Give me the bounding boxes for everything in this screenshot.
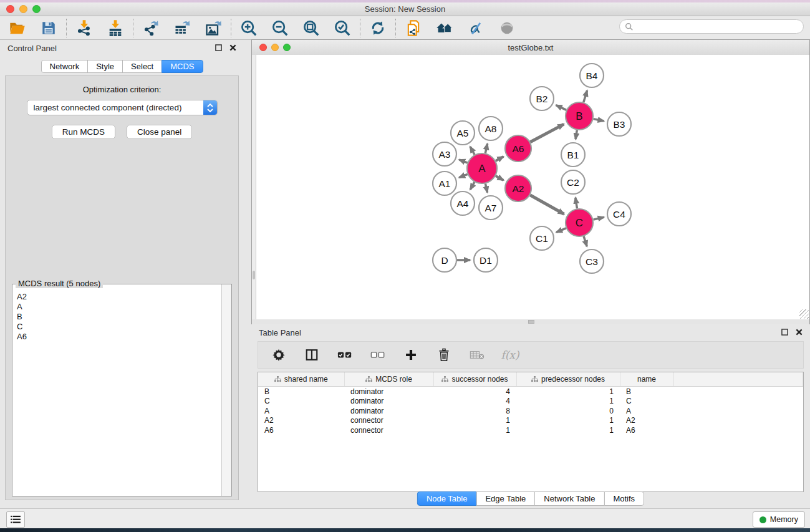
table-cell[interactable]: A2 xyxy=(258,416,344,426)
column-header-name[interactable]: name xyxy=(620,372,673,387)
network-vscroll-thumb[interactable] xyxy=(253,271,255,279)
table-cell[interactable]: C xyxy=(620,397,673,407)
table-cell[interactable]: dominator xyxy=(344,406,433,416)
show-view-eye-icon[interactable] xyxy=(498,19,516,37)
graph-edge-A-A1[interactable] xyxy=(459,174,468,177)
graph-edge-C-C1[interactable] xyxy=(556,228,566,233)
refresh-layout-icon[interactable] xyxy=(369,19,387,37)
table-row[interactable]: A6connector11A6 xyxy=(258,425,803,435)
graph-node-B3[interactable]: B3 xyxy=(607,112,631,136)
close-panel-button[interactable]: Close panel xyxy=(127,125,192,139)
graph-edge-C-C4[interactable] xyxy=(594,217,604,220)
graph-edge-A-A5[interactable] xyxy=(470,147,475,155)
search-field[interactable] xyxy=(619,19,804,34)
window-resize-grip[interactable] xyxy=(799,309,809,319)
close-panel-icon[interactable] xyxy=(229,44,236,51)
network-horizontal-scrollbar[interactable] xyxy=(252,319,809,324)
graph-edge-A-A6[interactable] xyxy=(496,157,504,161)
table-cell[interactable] xyxy=(673,406,803,416)
graph-node-A7[interactable]: A7 xyxy=(479,196,503,220)
tab-mcds[interactable]: MCDS xyxy=(162,60,203,73)
graph-edge-C-C3[interactable] xyxy=(584,236,587,246)
graph-node-A3[interactable]: A3 xyxy=(433,142,456,166)
import-network-icon[interactable] xyxy=(75,19,94,37)
table-cell[interactable]: A xyxy=(258,406,344,416)
graph-node-C4[interactable]: C4 xyxy=(607,202,631,226)
table-row[interactable]: Cdominator41C xyxy=(258,397,803,407)
zoom-selected-icon[interactable] xyxy=(333,19,352,37)
table-cell[interactable]: A xyxy=(620,406,673,416)
table-cell[interactable]: C xyxy=(258,397,344,407)
graph-node-A[interactable]: A xyxy=(467,153,497,183)
mcds-result-item[interactable]: A xyxy=(17,302,221,312)
graph-node-B2[interactable]: B2 xyxy=(530,87,554,110)
graph-node-C[interactable]: C xyxy=(566,209,593,236)
graph-edge-A-A8[interactable] xyxy=(485,143,487,153)
hide-labels-icon[interactable] xyxy=(466,19,485,37)
close-panel-icon[interactable] xyxy=(796,329,803,336)
criterion-select[interactable]: largest connected component (directed) xyxy=(27,100,218,115)
graph-edge-B-B4[interactable] xyxy=(584,90,587,102)
graph-node-A8[interactable]: A8 xyxy=(479,117,503,140)
home-icon[interactable] xyxy=(435,19,454,37)
tab-network-table[interactable]: Network Table xyxy=(534,491,604,506)
zoom-out-icon[interactable] xyxy=(271,19,289,37)
column-header-successor-nodes[interactable]: successor nodes xyxy=(433,372,516,387)
graph-edge-A-A4[interactable] xyxy=(470,182,475,190)
graph-node-C2[interactable]: C2 xyxy=(561,170,585,194)
graph-node-D1[interactable]: D1 xyxy=(474,248,498,272)
tab-network[interactable]: Network xyxy=(41,60,88,73)
tab-motifs[interactable]: Motifs xyxy=(604,491,644,506)
table-cell[interactable] xyxy=(673,425,803,435)
table-settings-gear-icon[interactable] xyxy=(271,347,287,363)
table-cell[interactable]: connector xyxy=(344,425,433,435)
select-all-icon[interactable] xyxy=(337,347,353,363)
export-table-icon[interactable] xyxy=(173,19,191,37)
save-session-icon[interactable] xyxy=(39,19,58,37)
search-input[interactable] xyxy=(634,22,803,32)
graph-edge-A-A7[interactable] xyxy=(485,183,487,192)
task-history-button[interactable] xyxy=(6,511,25,528)
zoom-fit-icon[interactable] xyxy=(302,19,321,37)
tab-edge-table[interactable]: Edge Table xyxy=(476,491,535,506)
table-cell[interactable]: dominator xyxy=(344,387,433,397)
table-cell[interactable]: 4 xyxy=(433,397,516,407)
zoom-in-icon[interactable] xyxy=(239,19,258,37)
table-cell[interactable] xyxy=(673,416,803,426)
graph-node-B4[interactable]: B4 xyxy=(580,64,604,87)
graph-node-A6[interactable]: A6 xyxy=(505,135,531,162)
mcds-result-scrollbar[interactable] xyxy=(221,284,231,496)
graph-edge-A-A2[interactable] xyxy=(496,176,504,180)
table-cell[interactable]: connector xyxy=(344,416,433,426)
deselect-all-icon[interactable] xyxy=(370,347,386,363)
table-cell[interactable]: 1 xyxy=(516,397,620,407)
table-cell[interactable]: 1 xyxy=(516,425,620,435)
copy-network-view-icon[interactable] xyxy=(404,19,423,37)
column-header-shared-name[interactable]: shared name xyxy=(258,372,344,387)
show-column-panel-icon[interactable] xyxy=(304,347,320,363)
table-cell[interactable]: 4 xyxy=(433,387,516,397)
graph-edge-B-B2[interactable] xyxy=(556,105,567,110)
graph-edge-A-A3[interactable] xyxy=(459,160,467,163)
tab-style[interactable]: Style xyxy=(87,60,123,73)
export-image-icon[interactable] xyxy=(204,19,223,37)
column-header-predecessor-nodes[interactable]: predecessor nodes xyxy=(516,372,620,387)
mcds-result-item[interactable]: A2 xyxy=(17,292,221,302)
graph-node-D[interactable]: D xyxy=(433,248,456,272)
function-builder-icon[interactable]: f(x) xyxy=(502,347,518,363)
open-session-icon[interactable] xyxy=(8,19,27,37)
graph-edge-C-C2[interactable] xyxy=(576,198,577,209)
table-row[interactable]: Bdominator41B xyxy=(258,387,803,397)
graph-node-C1[interactable]: C1 xyxy=(530,226,554,250)
table-cell[interactable]: 1 xyxy=(516,416,620,426)
table-cell[interactable]: A6 xyxy=(258,425,344,435)
table-row[interactable]: A2connector11A2 xyxy=(258,416,803,426)
graph-node-A1[interactable]: A1 xyxy=(433,172,456,195)
mcds-result-item[interactable]: A6 xyxy=(17,332,221,342)
table-cell[interactable]: 1 xyxy=(516,387,620,397)
graph-node-A2[interactable]: A2 xyxy=(505,175,531,201)
table-cell[interactable]: 1 xyxy=(433,425,516,435)
delete-table-icon[interactable] xyxy=(469,347,485,363)
graph-node-C3[interactable]: C3 xyxy=(580,249,604,273)
table-cell[interactable]: A2 xyxy=(620,416,673,426)
